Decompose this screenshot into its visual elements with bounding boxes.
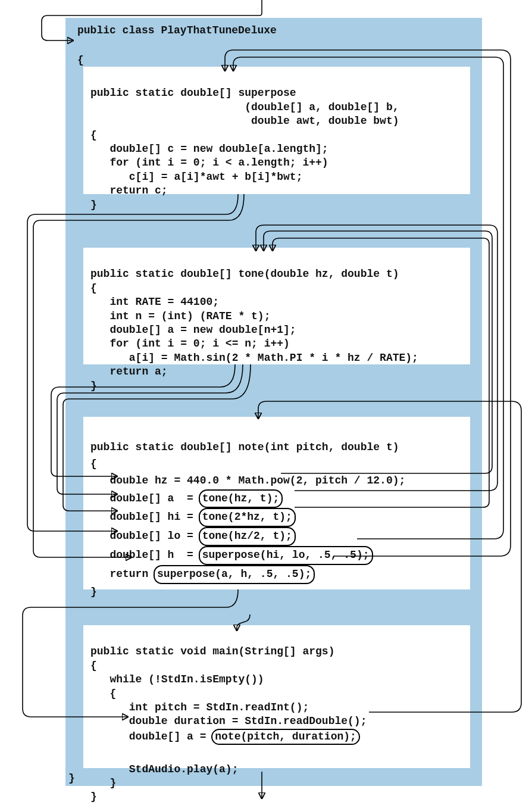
method-main: public static void main(String[] args) {… (83, 625, 470, 768)
code-line: } (90, 777, 116, 789)
code-line: double[] h = superpose(hi, lo, .5, .5); (90, 549, 372, 561)
call-superpose-return: superpose(a, h, .5, .5); (154, 565, 315, 584)
code-line: public static double[] note(int pitch, d… (90, 441, 399, 453)
code-line: double[] a = note(pitch, duration); (90, 731, 359, 742)
code-line: return superpose(a, h, .5, .5); (90, 568, 314, 580)
code-line: c[i] = a[i]*awt + b[i]*bwt; (90, 171, 302, 183)
code-line: while (!StdIn.isEmpty()) (90, 673, 264, 685)
code-line: } (90, 791, 97, 803)
call-superpose-h: superpose(hi, lo, .5, .5); (199, 546, 373, 565)
method-superpose: public static double[] superpose (double… (83, 67, 470, 194)
code-line: } (90, 199, 97, 211)
code-line: for (int i = 0; i < a.length; i++) (90, 157, 328, 169)
code-line: double[] lo = tone(hz/2, t); (90, 530, 295, 542)
code-line: public static double[] tone(double hz, d… (90, 268, 399, 280)
code-line: { (90, 660, 97, 672)
code-line: { (90, 129, 97, 141)
code-line: return a; (90, 366, 168, 377)
code-line: } (90, 586, 97, 598)
code-line: { (90, 282, 97, 294)
code-line: double[] a = new double[n+1]; (90, 324, 296, 336)
code-line: double awt, double bwt) (90, 115, 399, 127)
method-tone: public static double[] tone(double hz, d… (83, 248, 470, 364)
code-line: public static void main(String[] args) (90, 645, 334, 657)
code-line: double[] a = tone(hz, t); (90, 492, 281, 504)
code-line: { (90, 458, 97, 470)
code-line: return c; (90, 185, 168, 196)
call-note: note(pitch, duration); (211, 729, 360, 745)
method-note: public static double[] note(int pitch, d… (83, 417, 470, 589)
class-open-brace: { (77, 54, 84, 67)
code-line: public static double[] superpose (90, 87, 296, 99)
code-line: double duration = StdIn.readDouble(); (90, 715, 367, 727)
code-line: StdAudio.play(a); (90, 763, 238, 775)
code-line: int n = (int) (RATE * t); (90, 310, 270, 322)
code-line: { (90, 688, 116, 700)
class-close-brace: } (68, 772, 75, 785)
code-line: double[] c = new double[a.length]; (90, 143, 328, 155)
code-line: double hz = 440.0 * Math.pow(2, pitch / … (90, 475, 405, 486)
code-line: a[i] = Math.sin(2 * Math.PI * i * hz / R… (90, 352, 418, 364)
code-line: (double[] a, double[] b, (90, 101, 399, 113)
code-line: for (int i = 0; i <= n; i++) (90, 338, 290, 350)
code-line: double[] hi = tone(2*hz, t); (90, 511, 295, 523)
call-tone-hi: tone(2*hz, t); (199, 508, 296, 527)
call-tone-lo: tone(hz/2, t); (199, 527, 296, 546)
diagram-canvas: public class PlayThatTuneDeluxe { } publ… (0, 0, 532, 805)
code-line: } (90, 380, 97, 392)
class-declaration: public class PlayThatTuneDeluxe (77, 24, 277, 38)
code-line: int RATE = 44100; (90, 296, 219, 308)
code-line: int pitch = StdIn.readInt(); (90, 701, 309, 713)
call-tone-a: tone(hz, t); (199, 489, 283, 508)
